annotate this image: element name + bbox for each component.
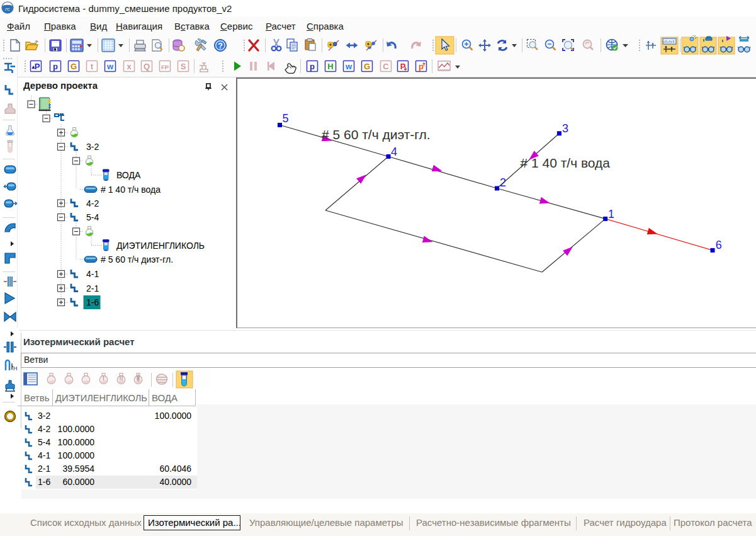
svg-text:1: 1: [608, 208, 614, 220]
svg-text:w: w: [345, 62, 353, 71]
svg-text:# 1 40 т/ч вода: # 1 40 т/ч вода: [101, 185, 161, 195]
svg-text:4-1: 4-1: [38, 450, 50, 460]
svg-text:p: p: [419, 62, 424, 71]
svg-text:39.5954: 39.5954: [62, 464, 94, 474]
svg-text:4-2: 4-2: [86, 198, 99, 208]
svg-text:ВОДА: ВОДА: [116, 170, 141, 180]
svg-text:2-1: 2-1: [38, 464, 50, 474]
svg-text:w: w: [106, 62, 114, 71]
svg-text:P: P: [35, 62, 40, 71]
svg-text:2-1: 2-1: [86, 283, 99, 294]
svg-text:100.0000: 100.0000: [155, 411, 192, 421]
svg-text:S: S: [181, 62, 186, 71]
svg-text:4-1: 4-1: [86, 269, 99, 279]
svg-text:p: p: [310, 62, 315, 71]
svg-text:ВОДА: ВОДА: [152, 392, 178, 403]
svg-text:6: 6: [716, 239, 722, 251]
svg-text:Ветвь: Ветвь: [24, 392, 50, 403]
svg-text:H: H: [327, 62, 333, 71]
svg-text:60.4046: 60.4046: [159, 464, 191, 474]
svg-text:ДИЭТИЛЕНГЛИКОЛЬ: ДИЭТИЛЕНГЛИКОЛЬ: [55, 393, 147, 403]
svg-text:# 5 60 т/ч диэт-гл.: # 5 60 т/ч диэт-гл.: [322, 127, 431, 142]
svg-text:3: 3: [562, 122, 568, 135]
svg-text:ГС: ГС: [5, 8, 10, 11]
svg-text:1-6: 1-6: [38, 477, 50, 487]
svg-text:H: H: [13, 365, 18, 372]
svg-text:5-4: 5-4: [86, 212, 99, 222]
svg-text:3-2: 3-2: [86, 142, 99, 152]
svg-text:t: t: [91, 62, 94, 71]
svg-text:FP: FP: [161, 64, 169, 71]
svg-text:60.0000: 60.0000: [62, 477, 94, 487]
svg-text:100.0000: 100.0000: [58, 424, 95, 434]
svg-text:# 1 40 т/ч вода: # 1 40 т/ч вода: [521, 156, 611, 170]
svg-text:100.0000: 100.0000: [58, 450, 95, 460]
svg-text:p: p: [53, 62, 58, 71]
svg-text:5: 5: [283, 112, 289, 125]
svg-text:x: x: [127, 62, 132, 71]
svg-text:5-4: 5-4: [38, 437, 50, 447]
svg-text:G: G: [71, 62, 77, 71]
svg-text:ДИЭТИЛЕНГЛИКОЛЬ: ДИЭТИЛЕНГЛИКОЛЬ: [116, 241, 205, 251]
svg-text:# 5 60 т/ч диэт-гл.: # 5 60 т/ч диэт-гл.: [101, 254, 173, 265]
svg-text:1-6: 1-6: [86, 297, 99, 307]
svg-text:4-2: 4-2: [38, 424, 50, 434]
svg-text:2: 2: [500, 176, 506, 189]
svg-text:100.0000: 100.0000: [58, 437, 95, 447]
svg-text:3-2: 3-2: [38, 411, 50, 421]
svg-text:Q: Q: [144, 62, 150, 71]
svg-text:G: G: [364, 62, 370, 71]
svg-text:4: 4: [391, 145, 397, 158]
svg-text:?: ?: [218, 41, 223, 50]
svg-text:40.0000: 40.0000: [159, 477, 191, 487]
svg-text:C: C: [383, 62, 389, 71]
